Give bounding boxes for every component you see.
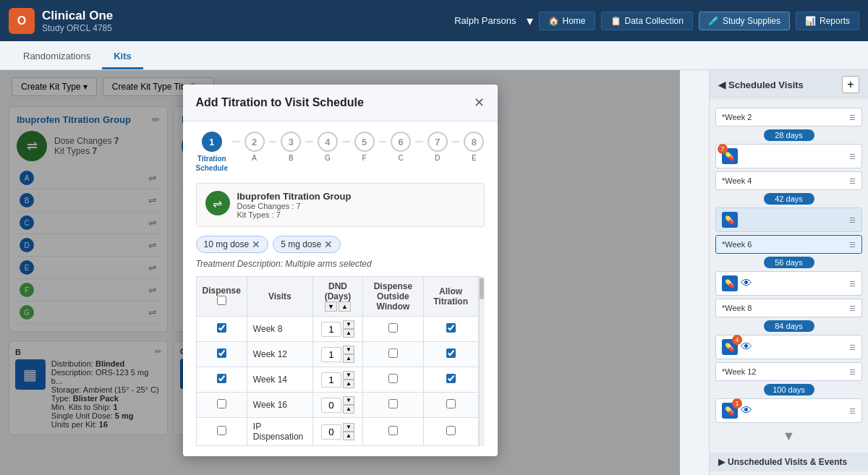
nav-reports-button[interactable]: 📊 Reports (796, 12, 859, 30)
unscheduled-visits-header[interactable]: ▶ Unscheduled Visits & Events (710, 453, 868, 471)
titration-kit-types: Kit Types : 7 (237, 210, 352, 219)
dnd-up-4[interactable]: ▲ (343, 432, 354, 440)
outside-checkbox-2[interactable] (388, 374, 398, 383)
step-3-circle[interactable]: 3 (281, 132, 301, 152)
titration-group-name: Ibuprofen Titration Group (237, 191, 352, 202)
outside-checkbox-4[interactable] (388, 426, 398, 435)
week-12-tree-menu[interactable]: ☰ (849, 407, 856, 415)
dnd-up-2[interactable]: ▲ (343, 380, 354, 388)
week-2-menu[interactable]: ☰ (849, 114, 856, 121)
week-4-menu[interactable]: ☰ (849, 177, 856, 185)
outside-checkbox-3[interactable] (388, 399, 398, 408)
week-2-tree-menu[interactable]: ☰ (849, 153, 856, 161)
modal-close-button[interactable]: ✕ (474, 95, 485, 111)
visit-name-2: Week 14 (247, 367, 312, 393)
step-4-circle[interactable]: 4 (318, 132, 338, 152)
dnd-down-0[interactable]: ▼ (343, 320, 354, 329)
dnd-input-2[interactable] (321, 372, 341, 388)
step-1-label: TitrationSchedule (196, 154, 228, 173)
step-6-circle[interactable]: 6 (391, 132, 411, 152)
week-4-tree-menu[interactable]: ☰ (849, 216, 856, 224)
nav-data-collection-button[interactable]: 📋 Data Collection (601, 12, 693, 30)
allow-titration-checkbox-4[interactable] (446, 426, 456, 435)
week-4-pills[interactable]: 💊 ☰ (715, 207, 862, 232)
dnd-input-4[interactable] (321, 424, 341, 440)
week-8-pills[interactable]: 💊 4 👁 ☰ (715, 335, 862, 359)
dnd-down-3[interactable]: ▼ (343, 396, 354, 405)
dnd-input-0[interactable] (321, 322, 341, 337)
week-12-label: *Week 12 (722, 367, 757, 376)
col-dnd-header: DND (Days) ▼ ▲ (312, 277, 362, 317)
step-7-circle[interactable]: 7 (427, 132, 448, 152)
week-2-visit[interactable]: *Week 2 ☰ (715, 108, 862, 127)
week-12-pills[interactable]: 💊 1 👁 ☰ (715, 398, 862, 423)
week-8-pill-icon-container: 💊 4 (722, 339, 738, 355)
collapse-icon[interactable]: ◀ (718, 80, 726, 90)
dispense-checkbox-0[interactable] (217, 323, 226, 333)
allow-titration-checkbox-0[interactable] (446, 323, 456, 333)
allow-titration-checkbox-3[interactable] (446, 399, 456, 408)
wizard-step-8: 8 E (464, 132, 484, 162)
dnd-up-1[interactable]: ▲ (343, 354, 354, 363)
nav-home-button[interactable]: 🏠 Home (539, 12, 595, 30)
scroll-down-arrow[interactable]: ▼ (715, 426, 862, 447)
week-2-days-badge: 28 days (764, 129, 814, 141)
modal-scrollbar[interactable] (479, 276, 485, 446)
dose-tag-10mg-remove[interactable]: ✕ (252, 239, 260, 250)
step-3-label: B (289, 154, 294, 162)
dispense-checkbox-2[interactable] (217, 374, 226, 383)
dnd-input-1[interactable] (321, 347, 341, 362)
wizard-step-5: 5 F (354, 132, 375, 162)
step-5-circle[interactable]: 5 (354, 132, 375, 152)
dose-tag-5mg: 5 mg dose ✕ (273, 236, 341, 253)
week-12-visit[interactable]: *Week 12 ☰ (715, 362, 862, 381)
week-8-menu[interactable]: ☰ (849, 304, 856, 312)
outside-checkbox-1[interactable] (388, 348, 398, 358)
dnd-header-up[interactable]: ▲ (339, 301, 351, 312)
week-2-pills[interactable]: 💊 7 ☰ (715, 144, 862, 168)
dispense-checkbox-3[interactable] (217, 399, 226, 408)
add-visit-button[interactable]: + (842, 76, 859, 93)
dispense-checkbox-4[interactable] (217, 426, 226, 435)
dnd-down-2[interactable]: ▼ (343, 371, 354, 380)
week-12-menu[interactable]: ☰ (849, 368, 856, 376)
step-8-circle[interactable]: 8 (464, 132, 484, 152)
app-logo: O (9, 8, 35, 34)
dispense-checkbox-1[interactable] (217, 348, 226, 358)
dnd-up-0[interactable]: ▲ (343, 329, 354, 338)
tab-randomizations[interactable]: Randomizations (12, 45, 102, 69)
dose-tag-5mg-remove[interactable]: ✕ (324, 239, 333, 250)
table-row: Week 16 ▼ ▲ (196, 393, 478, 418)
week-6-pills[interactable]: 💊 👁 ☰ (715, 271, 862, 296)
user-dropdown-icon[interactable]: ▾ (527, 13, 533, 29)
dnd-up-3[interactable]: ▲ (343, 405, 354, 414)
dispense-all-checkbox[interactable] (217, 296, 226, 305)
modal-header: Add Titration to Visit Schedule ✕ (183, 85, 498, 121)
dnd-input-3[interactable] (321, 398, 341, 413)
week-6-eye-icon[interactable]: 👁 (741, 277, 752, 290)
step-1-circle[interactable]: 1 (202, 132, 222, 152)
week-8-visit[interactable]: *Week 8 ☰ (715, 299, 862, 317)
week-8-days-container: 84 days (715, 320, 862, 332)
dnd-header-down[interactable]: ▼ (325, 301, 337, 312)
allow-titration-checkbox-1[interactable] (446, 348, 456, 358)
week-12-eye-icon[interactable]: 👁 (741, 404, 752, 417)
table-row: IP Dispensation ▼ ▲ (196, 418, 478, 446)
week-8-eye-icon[interactable]: 👁 (741, 341, 752, 354)
week-2-badge: 7 (718, 144, 728, 154)
outside-checkbox-0[interactable] (388, 323, 398, 333)
nav-study-supplies-button[interactable]: 🧪 Study Supplies (699, 12, 790, 30)
week-6-tree-menu[interactable]: ☰ (849, 280, 856, 288)
week-8-tree-menu[interactable]: ☰ (849, 343, 856, 351)
step-2-circle[interactable]: 2 (244, 132, 265, 152)
week-4-visit[interactable]: *Week 4 ☰ (715, 171, 862, 190)
week-12-pill-icon-container: 💊 1 (722, 403, 738, 419)
allow-titration-checkbox-2[interactable] (446, 374, 456, 383)
tab-kits[interactable]: Kits (102, 45, 143, 69)
week-6-menu[interactable]: ☰ (849, 241, 856, 249)
week-6-visit[interactable]: *Week 6 ☰ (715, 235, 862, 254)
dnd-down-4[interactable]: ▼ (343, 423, 354, 432)
header-left: O Clinical One Study ORCL 4785 (9, 8, 113, 34)
step-connector-3 (305, 141, 313, 142)
dnd-down-1[interactable]: ▼ (343, 346, 354, 354)
